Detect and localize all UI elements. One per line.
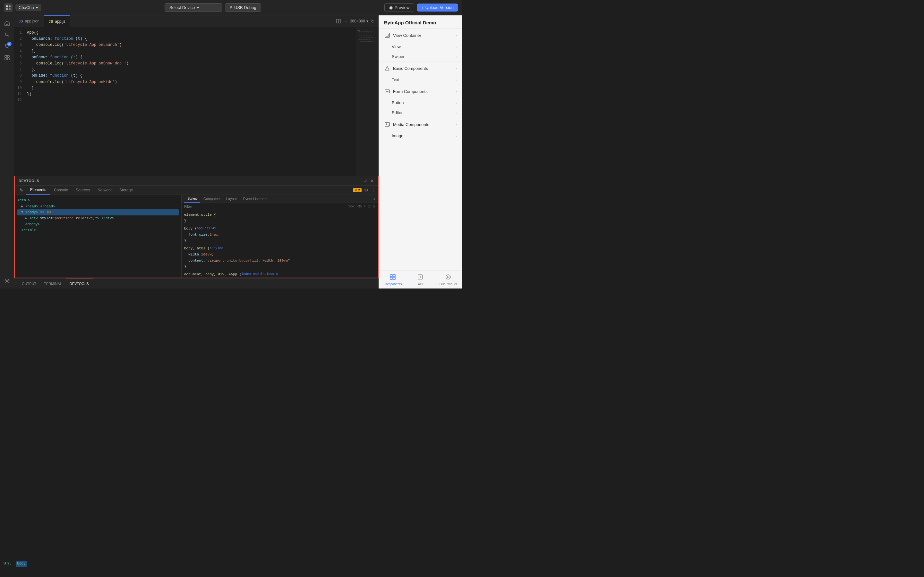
svg-point-7 — [8, 47, 9, 48]
sidebar-item-search[interactable] — [2, 29, 12, 40]
component-item-text[interactable]: Text — [379, 75, 462, 85]
right-tab-components[interactable]: Components — [379, 271, 407, 288]
devtools-tab-elements[interactable]: Elements — [26, 185, 50, 195]
svg-rect-25 — [390, 277, 393, 279]
usb-debug-button[interactable]: ⎘ USB Debug — [225, 3, 261, 12]
code-line-4: 4 }, — [14, 48, 379, 55]
svg-rect-11 — [5, 58, 7, 60]
devtools-tab-sources[interactable]: Sources — [72, 186, 94, 194]
form-components-icon — [384, 88, 391, 95]
sidebar-item-git[interactable]: 3 — [2, 41, 12, 51]
image-arrow-icon — [456, 134, 457, 138]
code-editor[interactable]: 1 App({ 2 onLaunch: function (t) { 3 con… — [14, 27, 379, 176]
sidebar-item-settings[interactable] — [2, 276, 12, 286]
right-tab-our-product[interactable]: Our Product — [435, 271, 462, 288]
devtools-expand-button[interactable]: ⤢ — [364, 178, 368, 183]
editor-arrow-icon — [456, 111, 457, 115]
div-line[interactable]: ▶ <div style="position: relative;">…</di… — [17, 215, 179, 221]
bottom-tab-devtools[interactable]: DEVTOOLS — [66, 279, 93, 289]
bottom-tab-output[interactable]: OUTPUT — [18, 279, 40, 289]
devtools-tab-network[interactable]: Network — [94, 186, 115, 194]
styles-filter-input[interactable] — [184, 205, 345, 208]
styles-panel: Styles Computed Layout Event Listeners »… — [182, 195, 378, 277]
json-icon: JS — [19, 19, 23, 23]
sidebar-item-home[interactable] — [2, 18, 12, 28]
component-item-view[interactable]: View — [379, 42, 462, 52]
component-item-button[interactable]: Button — [379, 98, 462, 108]
svg-rect-1 — [9, 5, 11, 7]
project-selector[interactable]: ChaCha — [15, 4, 41, 11]
tab-app-json[interactable]: JS app.json — [14, 15, 44, 27]
svg-point-13 — [6, 280, 8, 282]
styles-subtab-computed[interactable]: Computed — [200, 195, 223, 202]
code-line-9: 9 console.log('Lifecycle App onHide') — [14, 79, 379, 85]
svg-rect-17 — [386, 34, 389, 37]
component-item-image[interactable]: Image — [379, 131, 462, 141]
styles-subtab-styles[interactable]: Styles — [184, 195, 200, 203]
upload-button[interactable]: ↑ Upload Version — [417, 3, 458, 11]
code-line-10: 10 } — [14, 85, 379, 91]
code-line-3: 3 console.log('Lifecycle App onLaunch') — [14, 42, 379, 48]
component-item-swiper[interactable]: Swiper — [379, 52, 462, 61]
js-icon: JS — [49, 19, 53, 23]
tab-app-js[interactable]: JS app.js — [44, 15, 70, 27]
tab-label-app-json: app.json — [25, 19, 39, 23]
refresh-button[interactable]: ↻ — [371, 19, 375, 24]
device-select[interactable]: Select Device — [165, 3, 222, 12]
right-tab-api[interactable]: API — [407, 271, 434, 288]
text-arrow-icon — [456, 78, 457, 82]
devtools-tab-console[interactable]: Console — [50, 186, 72, 194]
styles-content[interactable]: element.style { } body { app.css:41 font… — [182, 210, 378, 277]
devtools-settings-button[interactable]: ⚙ — [364, 187, 368, 193]
tab-bar: JS app.json JS app.js — [14, 15, 333, 27]
component-group-header-media[interactable]: Media Components — [379, 118, 462, 131]
styles-subtab-more[interactable]: » — [373, 197, 375, 201]
svg-rect-9 — [5, 55, 7, 57]
svg-rect-15 — [339, 19, 341, 23]
project-name: ChaCha — [19, 5, 34, 10]
computed-view-button[interactable]: ⊞ — [373, 204, 375, 208]
svg-line-5 — [8, 35, 9, 37]
component-group-view-container: View Container View Swiper — [379, 29, 462, 62]
bottom-tab-terminal[interactable]: TERMINAL — [40, 279, 66, 289]
hover-pseudo-filter[interactable]: :hov — [348, 204, 355, 208]
devtools-more-button[interactable]: ⋮ — [371, 187, 375, 193]
svg-rect-2 — [6, 8, 8, 10]
media-components-icon — [384, 121, 391, 127]
svg-point-6 — [5, 44, 6, 45]
component-group-media: Media Components Image — [379, 118, 462, 141]
split-view-button[interactable] — [336, 19, 341, 23]
add-style-button[interactable]: + — [364, 204, 366, 208]
svg-rect-3 — [9, 8, 11, 10]
inspect-button[interactable]: ⊡ — [368, 204, 371, 208]
html-open-line: <html> — [17, 197, 179, 203]
right-sidebar: ByteApp Official Demo View Container Vie… — [379, 15, 462, 288]
devtools-title: DEVTOOLS — [19, 179, 39, 183]
preview-button[interactable]: ◉ Preview — [384, 3, 414, 12]
size-chevron-icon — [367, 19, 368, 23]
devtools-tab-storage[interactable]: Storage — [115, 186, 137, 194]
device-size-selector[interactable]: 360×800 — [350, 19, 368, 23]
component-item-editor[interactable]: Editor — [379, 108, 462, 118]
more-options-button[interactable]: ··· — [343, 18, 347, 24]
style-rule-body: body { app.css:41 font-size: 14px; } — [184, 226, 375, 243]
elements-panel[interactable]: <html> ▶ <head>…</head> ▼ <body> == $0 ▶… — [15, 195, 182, 277]
device-chevron-icon — [197, 5, 199, 10]
styles-subtab-event-listeners[interactable]: Event Listeners — [240, 195, 271, 202]
component-group-header-basic[interactable]: Basic Components — [379, 62, 462, 75]
class-filter[interactable]: .cls — [357, 204, 362, 208]
devtools-close-button[interactable]: ✕ — [370, 178, 374, 183]
body-line[interactable]: ▼ <body> == $0 — [17, 210, 179, 215]
basic-components-label: Basic Components — [393, 66, 453, 71]
component-group-header-form[interactable]: Form Components — [379, 85, 462, 98]
head-line: ▶ <head>…</head> — [17, 203, 179, 210]
styles-subtab-layout[interactable]: Layout — [223, 195, 240, 202]
devtools-element-picker[interactable] — [17, 185, 26, 195]
swiper-arrow-icon — [456, 55, 457, 59]
component-group-form: Form Components Button Editor — [379, 85, 462, 118]
editor-area: JS app.json JS app.js ··· 360×800 ↻ — [14, 15, 379, 288]
svg-rect-23 — [390, 274, 393, 277]
sidebar-item-components[interactable] — [2, 53, 12, 63]
component-group-header-view-container[interactable]: View Container — [379, 29, 462, 42]
code-line-6: 6 console.log('Lifecycle App onShow ddd … — [14, 61, 379, 67]
